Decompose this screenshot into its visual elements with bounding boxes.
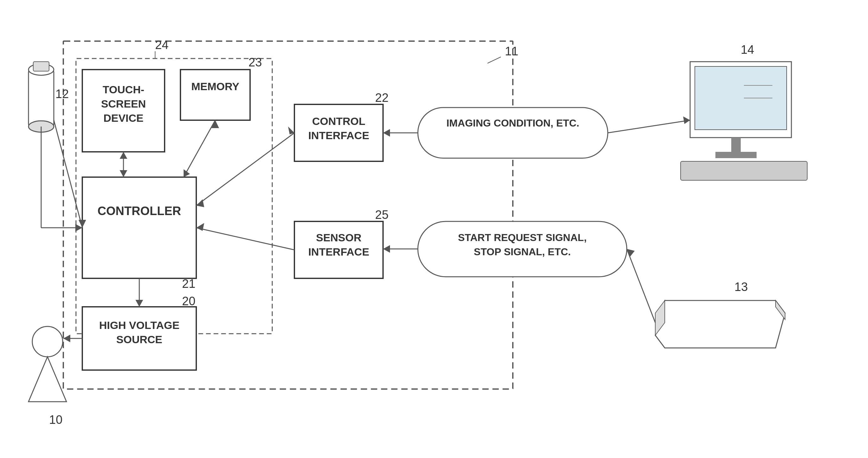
svg-rect-40	[681, 161, 807, 180]
svg-text:24: 24	[155, 38, 168, 52]
svg-text:13: 13	[735, 280, 748, 294]
svg-text:12: 12	[55, 87, 69, 101]
svg-marker-42	[655, 300, 785, 348]
svg-text:23: 23	[248, 56, 262, 69]
svg-rect-35	[695, 66, 787, 130]
svg-text:DEVICE: DEVICE	[103, 112, 144, 124]
svg-text:MEMORY: MEMORY	[191, 80, 239, 92]
svg-text:INTERFACE: INTERFACE	[308, 246, 369, 258]
svg-text:HIGH VOLTAGE: HIGH VOLTAGE	[99, 319, 180, 331]
svg-text:22: 22	[375, 91, 389, 104]
diagram-container: 11 24 TOUCH- SCREEN DEVICE 23 MEMORY 21 …	[0, 0, 868, 458]
svg-text:TOUCH-: TOUCH-	[102, 84, 144, 96]
svg-rect-49	[33, 62, 49, 71]
svg-text:SCREEN: SCREEN	[101, 98, 146, 110]
svg-rect-14	[82, 177, 196, 279]
svg-rect-11	[180, 70, 250, 120]
svg-text:IMAGING CONDITION, ETC.: IMAGING CONDITION, ETC.	[446, 117, 579, 129]
svg-text:SOURCE: SOURCE	[116, 333, 162, 346]
svg-text:14: 14	[741, 43, 754, 56]
svg-text:20: 20	[182, 294, 195, 308]
svg-text:CONTROL: CONTROL	[312, 115, 365, 127]
svg-text:11: 11	[505, 44, 518, 58]
svg-rect-38	[731, 138, 741, 154]
svg-text:21: 21	[182, 277, 195, 290]
svg-text:SENSOR: SENSOR	[316, 232, 362, 243]
svg-rect-39	[715, 152, 756, 158]
svg-text:INTERFACE: INTERFACE	[308, 129, 369, 141]
svg-text:CONTROLLER: CONTROLLER	[97, 204, 181, 218]
svg-text:START REQUEST SIGNAL,: START REQUEST SIGNAL,	[458, 232, 587, 243]
svg-rect-46	[29, 70, 54, 127]
svg-point-51	[32, 326, 63, 357]
svg-text:25: 25	[375, 208, 389, 221]
svg-rect-29	[418, 107, 608, 158]
svg-text:STOP SIGNAL, ETC.: STOP SIGNAL, ETC.	[474, 246, 571, 258]
svg-text:10: 10	[49, 413, 62, 426]
svg-rect-7	[82, 70, 165, 152]
